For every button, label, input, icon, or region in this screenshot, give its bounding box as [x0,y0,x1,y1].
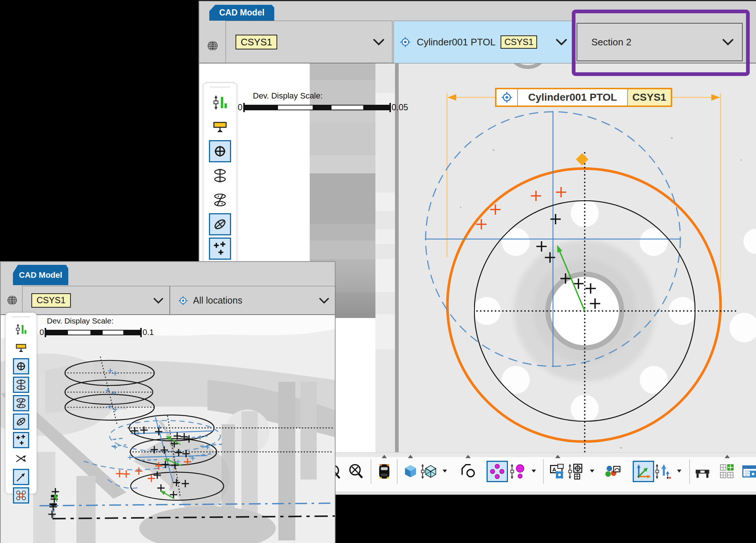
panel-drag-handle[interactable] [12,317,30,317]
chevron-down-icon [372,38,385,46]
color-legend-icon[interactable] [602,461,623,482]
point-cloud-icon[interactable] [487,461,508,482]
toolbar-separator [371,459,371,484]
deviation-vector-icon[interactable] [13,469,29,485]
location-target-icon[interactable] [209,140,231,162]
tab-label: CAD Model [19,270,62,280]
side-gutter [375,63,395,452]
tab-cad-model[interactable]: CAD Model [13,265,68,285]
locations-dropdown[interactable]: All locations [170,286,336,315]
view-layout-icon[interactable] [717,461,738,482]
dev-scale-max: 0.1 [142,328,154,337]
crossed-arrows-icon[interactable] [13,450,29,467]
feature-csys-badge: CSYS1 [501,35,537,49]
cad-model-window-3d: CAD Model CSYS1 All locations [0,261,336,543]
toolbar-separator [397,459,398,484]
plot-feature-label[interactable]: Cylinder001 PTOL CSYS1 [495,88,672,107]
csys-dropdown[interactable]: CSYS1 [226,21,392,63]
cylinder-axis-icon[interactable] [209,165,231,187]
dev-scale-min: 0 [39,328,44,337]
marker-circles-icon[interactable] [13,487,29,504]
arrow-scale-icon[interactable] [652,461,674,482]
chevron-down-icon [555,38,568,46]
panel-drag-handle[interactable] [210,87,230,87]
dropdown-caret[interactable] [443,470,447,473]
deviation-plot [399,63,756,452]
feature-dropdown[interactable]: Cylinder001 PTOL CSYS1 [394,21,574,63]
target-icon [399,36,412,48]
cylinder-axis-icon[interactable] [13,377,29,393]
globe-icon[interactable] [6,294,19,307]
point-markers-icon[interactable] [209,238,231,260]
label-display-icon[interactable] [13,340,29,356]
report-settings-icon[interactable] [739,461,756,482]
deviation-cube-icon[interactable] [418,461,439,482]
toolbar-separator [689,459,690,484]
target-icon [178,295,189,306]
dev-scale-label: Dev. Display Scale: [47,317,114,325]
cylinder-axis-deviation-icon[interactable] [209,189,231,211]
chevron-down-icon [318,297,330,305]
point-size-icon[interactable] [507,461,528,482]
feature-outline-icon[interactable] [457,461,479,482]
plot-label-csys: CSYS1 [627,89,671,106]
chevron-down-icon [152,297,164,305]
label-position-icon[interactable] [565,461,587,482]
tab-cad-model[interactable]: CAD Model [209,5,274,21]
deviation-scale-icon[interactable] [13,321,29,338]
tab-label: CAD Model [219,8,265,18]
globe-icon[interactable] [206,39,220,53]
dropdown-caret[interactable] [532,470,536,473]
coordinate-axes-icon[interactable] [633,461,654,482]
dev-scale-bar[interactable] [46,330,140,335]
dev-scale-label: Dev. Display Scale: [253,91,323,101]
toolbar-separator [543,459,544,484]
view-3d-area [1,315,335,543]
display-options-toolbar [5,312,37,494]
point-markers-icon[interactable] [13,432,29,448]
csys-badge: CSYS1 [31,293,71,307]
csys-dropdown[interactable]: CSYS1 [22,286,170,315]
zoom-fit-icon[interactable] [345,461,367,482]
dev-scale-max: 0.05 [392,103,408,113]
section-dropdown-highlight [572,10,750,76]
cylinder-axis-deviation-icon[interactable] [13,395,29,411]
ellipse-fit-icon[interactable] [13,414,29,430]
active-marker-triangle [555,455,560,458]
dropdown-caret[interactable] [590,470,594,473]
display-options-toolbar [203,83,237,264]
target-icon [496,89,518,106]
plot-label-feature: Cylinder001 PTOL [518,89,627,106]
location-target-icon[interactable] [13,358,29,374]
dev-scale-min: 0 [238,103,243,113]
locations-value: All locations [193,295,242,306]
dropdown-caret[interactable] [677,470,681,473]
active-marker-triangle [408,455,413,458]
csys-badge: CSYS1 [236,35,277,50]
active-marker-triangle [465,455,471,458]
active-marker-triangle [382,455,387,458]
label-display-icon[interactable] [209,116,231,138]
ellipse-fit-icon[interactable] [209,213,231,235]
active-marker-triangle [725,455,730,458]
view-3d [1,315,335,543]
deviation-scale-icon[interactable] [209,91,231,114]
vehicle-icon[interactable] [374,461,395,482]
measuring-table-icon[interactable] [692,461,713,482]
scrollbar-line[interactable] [395,63,399,452]
feature-name: Cylinder001 PTOL [417,37,495,48]
dev-scale-bar[interactable] [245,105,389,110]
